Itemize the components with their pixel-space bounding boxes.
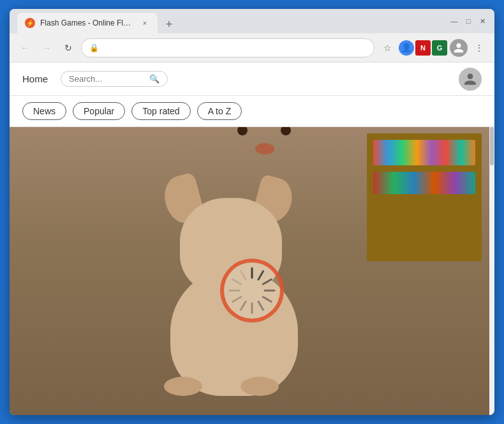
reload-button[interactable]: ↻ bbox=[59, 39, 77, 57]
site-nav: News Popular Top rated A to Z bbox=[10, 96, 494, 127]
home-link[interactable]: Home bbox=[22, 73, 48, 84]
svg-line-7 bbox=[241, 301, 246, 310]
search-input[interactable] bbox=[69, 74, 145, 84]
dog-eye-right bbox=[281, 127, 291, 135]
ext-icon-1[interactable]: 👤 bbox=[399, 40, 414, 56]
tab-title: Flash Games - Online Flash Gam… bbox=[40, 19, 135, 27]
svg-line-8 bbox=[233, 297, 241, 302]
tab-close-button[interactable]: × bbox=[140, 18, 150, 28]
maximize-button[interactable]: □ bbox=[464, 17, 473, 26]
svg-line-4 bbox=[263, 297, 271, 302]
dog-eye-left bbox=[237, 127, 248, 135]
spinner-spokes-svg bbox=[225, 264, 279, 317]
ext-icon-3[interactable]: G bbox=[432, 40, 447, 56]
user-icon bbox=[463, 72, 477, 86]
svg-line-11 bbox=[241, 271, 246, 279]
extension-icons: 👤 N G bbox=[399, 40, 447, 56]
loading-spinner bbox=[220, 259, 284, 322]
title-bar: Flash Games - Online Flash Gam… × + — □ … bbox=[10, 9, 494, 33]
svg-line-10 bbox=[233, 279, 241, 284]
profile-icon bbox=[453, 42, 464, 54]
svg-line-1 bbox=[258, 271, 263, 279]
dog-scene bbox=[10, 127, 494, 415]
main-content-area bbox=[10, 127, 494, 415]
nav-actions: ☆ 👤 N G ⋮ bbox=[378, 39, 488, 57]
browser-window: Flash Games - Online Flash Gam… × + — □ … bbox=[10, 9, 494, 415]
profile-button[interactable] bbox=[450, 39, 468, 57]
lock-icon: 🔒 bbox=[89, 43, 99, 52]
tab-favicon-icon bbox=[25, 18, 35, 28]
dog-paw-left bbox=[164, 377, 202, 396]
tab-area: Flash Games - Online Flash Gam… × + bbox=[17, 9, 445, 33]
menu-button[interactable]: ⋮ bbox=[470, 39, 488, 57]
nav-pill-top-rated[interactable]: Top rated bbox=[131, 102, 190, 120]
scrollbar-thumb[interactable] bbox=[490, 127, 494, 165]
nav-pill-news[interactable]: News bbox=[22, 102, 66, 120]
bookcase-decoration bbox=[367, 133, 482, 261]
page-content: Home 🔍 News Popular Top rated A to Z bbox=[10, 63, 494, 415]
new-tab-button[interactable]: + bbox=[160, 15, 178, 33]
dog-nose bbox=[255, 143, 274, 155]
minimize-button[interactable]: — bbox=[450, 17, 459, 26]
forward-button[interactable]: → bbox=[38, 39, 56, 57]
search-icon: 🔍 bbox=[149, 74, 159, 84]
address-bar[interactable]: 🔒 bbox=[81, 38, 374, 57]
dog-paw-right bbox=[241, 377, 279, 396]
ext-icon-2[interactable]: N bbox=[415, 40, 431, 56]
svg-line-2 bbox=[263, 279, 271, 284]
navigation-bar: ← → ↻ 🔒 ☆ 👤 N G ⋮ bbox=[10, 33, 494, 63]
active-tab[interactable]: Flash Games - Online Flash Gam… × bbox=[17, 13, 158, 33]
scrollbar-track[interactable] bbox=[489, 127, 494, 415]
back-button[interactable]: ← bbox=[16, 39, 34, 57]
search-bar[interactable]: 🔍 bbox=[61, 71, 168, 87]
window-controls: — □ ✕ bbox=[450, 17, 487, 26]
user-avatar[interactable] bbox=[459, 68, 482, 91]
nav-pill-a-to-z[interactable]: A to Z bbox=[197, 102, 242, 120]
site-header: Home 🔍 bbox=[10, 63, 494, 96]
svg-line-5 bbox=[258, 301, 263, 310]
nav-pill-popular[interactable]: Popular bbox=[73, 102, 125, 120]
bookmark-button[interactable]: ☆ bbox=[378, 39, 396, 57]
close-window-button[interactable]: ✕ bbox=[478, 17, 487, 26]
